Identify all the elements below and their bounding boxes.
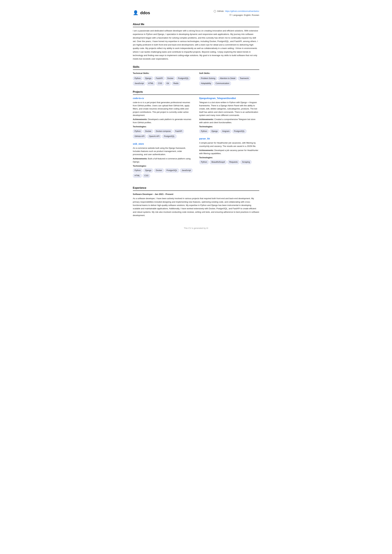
tech-tag: PostgreSQL — [165, 168, 179, 173]
technical-skill-tag: Django — [143, 76, 153, 81]
header-right: ◯ GitHub: https://github.com/ddosmukhamb… — [214, 9, 259, 17]
technical-skill-tag: FastAPI — [154, 76, 164, 81]
lang-line: 🄒 Languages: English, Russian — [214, 14, 259, 17]
projects-section: Projects code-to-cvcode-to-cv is a pet p… — [133, 90, 259, 182]
github-line: ◯ GitHub: https://github.com/ddosmukhamb… — [214, 9, 259, 13]
technical-skills-label: Technical Skills: — [133, 72, 193, 75]
tech-tag: CSS — [143, 173, 150, 178]
projects-right: DjangoAiogram_TelegramStoreBotTelegram i… — [199, 97, 259, 182]
project-achievements: Achievements: Built a full-featured e-co… — [133, 157, 193, 163]
technical-skill-tag: Git — [165, 81, 171, 86]
experience-section: Experience Software Developer - Jan 2021… — [133, 186, 259, 217]
github-icon: ◯ — [214, 9, 216, 13]
tech-tag: GitHub-API — [133, 134, 146, 138]
project-tech-label: Technologies: — [133, 125, 193, 128]
technical-skill-tag: CSS — [156, 81, 164, 86]
project-tech-tags: PythonDjangoAiogramPostgreSQL — [199, 129, 259, 133]
project-tech-tags: PythonDjangoDockerPostgreSQLJavaScriptHT… — [133, 168, 193, 178]
tech-tag: Python — [133, 168, 142, 173]
tech-tag: Requests — [228, 160, 239, 164]
tech-tag: Docker — [143, 129, 153, 133]
tech-tag: FastAPI — [174, 129, 184, 133]
soft-skill-tag: Problem Solving — [199, 76, 217, 81]
projects-container: code-to-cvcode-to-cv is a pet project th… — [133, 97, 259, 182]
project-achievements: Achievements: Created a comprehensive Te… — [199, 118, 259, 124]
header-left: 👤 ddos — [133, 9, 150, 16]
project-block: parser_hhA simple parser for HeadHunter … — [199, 137, 259, 164]
project-title[interactable]: DjangoAiogram_TelegramStoreBot — [199, 97, 259, 100]
tech-tag: Python — [133, 129, 142, 133]
project-title[interactable]: code-to-cv — [133, 97, 193, 100]
soft-skills-label: Soft Skills: — [199, 72, 259, 75]
soft-skills-column: Soft Skills: Problem SolvingAttention to… — [199, 72, 259, 86]
project-block: snik_storeAn e-commerce website built us… — [133, 142, 193, 178]
languages-label: Languages: English, Russian — [233, 14, 259, 17]
tech-tag: Python — [199, 160, 209, 164]
project-desc: code-to-cv is a pet project that generat… — [133, 101, 193, 117]
soft-skill-tag: Attention to Detail — [218, 76, 237, 81]
experience-role: Software Developer - Jan 2021 - Present — [133, 193, 259, 196]
technical-skill-tag: Redis — [172, 81, 180, 86]
tech-tag: PostgreSQL — [162, 134, 176, 138]
technical-skill-tag: Python — [133, 76, 142, 81]
soft-tags-row: Problem SolvingAttention to DetailTeamwo… — [199, 76, 259, 86]
projects-left: code-to-cvcode-to-cv is a pet project th… — [133, 97, 193, 182]
technical-skill-tag: HTML — [147, 81, 155, 86]
experience-desc: As a software developer, I have been act… — [133, 197, 259, 217]
project-tech-label: Technologies: — [199, 125, 259, 128]
header: 👤 ddos ◯ GitHub: https://github.com/ddos… — [133, 9, 259, 17]
github-link[interactable]: https://github.com/ddosmukhambetov — [225, 10, 259, 13]
lang-icon: 🄒 — [229, 14, 232, 17]
username: ddos — [140, 10, 150, 16]
tech-tag: Aiogram — [220, 129, 231, 133]
footer: This CV is generated by AI — [133, 227, 259, 230]
tech-tag: Docker-compose — [154, 129, 172, 133]
tech-tag: Docker — [154, 168, 164, 173]
tech-tag: OpenAI-API — [147, 134, 161, 138]
tech-tag: JavaScript — [180, 168, 193, 173]
project-achievements: Achievements: Developed a web platform t… — [133, 118, 193, 124]
tech-tag: Scraping — [240, 160, 252, 164]
technical-skill-tag: Docker — [166, 76, 175, 81]
skills-container: Technical Skills: PythonDjangoFastAPIDoc… — [133, 72, 259, 86]
skills-section: Skills Technical Skills: PythonDjangoFas… — [133, 65, 259, 86]
project-desc: A simple parser for HeadHunter job vacan… — [199, 141, 259, 148]
project-title[interactable]: snik_store — [133, 142, 193, 145]
about-title: About Me — [133, 22, 259, 27]
project-desc: Telegram is a bot store written in Pytho… — [199, 101, 259, 117]
project-block: DjangoAiogram_TelegramStoreBotTelegram i… — [199, 97, 259, 133]
experience-title: Experience — [133, 186, 259, 191]
tech-tag: Python — [199, 129, 209, 133]
project-block: code-to-cvcode-to-cv is a pet project th… — [133, 97, 193, 138]
about-section: About Me I am a passionate and dedicated… — [133, 22, 259, 61]
project-title[interactable]: parser_hh — [199, 137, 259, 140]
project-achievements: Achievements: Developed a job vacancy pa… — [199, 149, 259, 155]
projects-title: Projects — [133, 90, 259, 95]
tech-tag: HTML — [133, 173, 142, 178]
technical-skills-column: Technical Skills: PythonDjangoFastAPIDoc… — [133, 72, 193, 86]
tech-tag: Django — [143, 168, 153, 173]
technical-skill-tag: JavaScript — [133, 81, 146, 86]
about-text: I am a passionate and dedicated software… — [133, 29, 259, 61]
technical-skill-tag: PostgreSQL — [176, 76, 190, 81]
github-label: GitHub: — [217, 10, 224, 13]
footer-text: This CV is generated by AI — [184, 227, 208, 229]
soft-skill-tag: Adaptability — [199, 81, 213, 86]
project-desc: An e-commerce website built using the Dj… — [133, 146, 193, 156]
project-tech-label: Technologies: — [133, 164, 193, 167]
avatar-icon: 👤 — [133, 9, 138, 16]
tech-tag: PostgreSQL — [232, 129, 246, 133]
tech-tag: Django — [210, 129, 219, 133]
project-tech-tags: PythonBeautifulSoup4RequestsScraping — [199, 160, 259, 164]
soft-skill-tag: Teamwork — [238, 76, 251, 81]
soft-skill-tag: Communication — [214, 81, 231, 86]
skills-title: Skills — [133, 65, 259, 70]
tech-tag: BeautifulSoup4 — [210, 160, 227, 164]
project-tech-tags: PythonDockerDocker-composeFastAPIGitHub-… — [133, 129, 193, 139]
project-tech-label: Technologies: — [199, 156, 259, 159]
technical-tags-row: PythonDjangoFastAPIDockerPostgreSQLJavaS… — [133, 76, 193, 86]
